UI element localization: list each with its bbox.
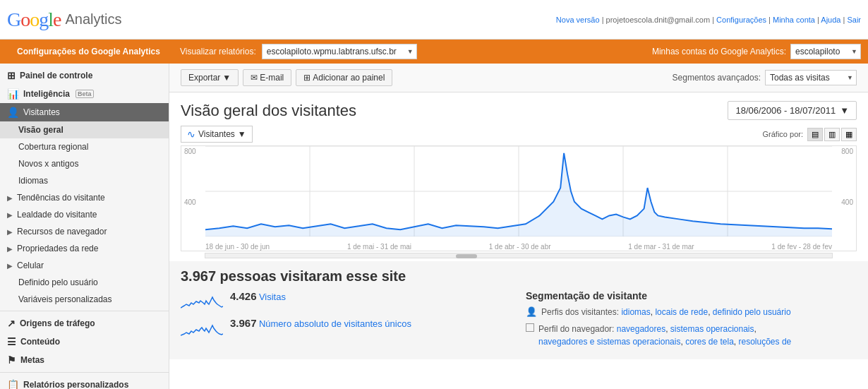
visitantes-unicos-link[interactable]: Número absoluto de visitantes únicos — [259, 318, 411, 329]
email-label: E-mail — [260, 73, 284, 83]
seg-navegador-content: Perfil do navegador: navegadores, sistem… — [538, 323, 791, 348]
visitas-link[interactable]: Visitas — [259, 292, 286, 302]
sidebar-item-novos-antigos[interactable]: Novos x antigos — [0, 155, 169, 172]
sidebar-item-visitantes[interactable]: 👤 Visitantes — [0, 103, 169, 121]
celular-arrow-icon: ▶ — [7, 262, 13, 270]
chart-type-label: Gráfico por: — [763, 130, 803, 138]
minha-conta-link[interactable]: Minha conta — [773, 16, 815, 24]
date-range-button[interactable]: 18/06/2006 - 18/07/2011 ▼ — [728, 101, 857, 120]
visitas-number: 4.426 — [230, 290, 257, 302]
sidebar-item-label-conteudo: Conteúdo — [20, 337, 60, 347]
seg-link-locais[interactable]: locais de rede — [655, 307, 708, 317]
stats-section: 3.967 pessoas visitaram esse site 4.426 … — [169, 261, 868, 359]
stat-item-visitas: 4.426 Visitas — [181, 290, 512, 311]
chart-svg-wrap — [205, 146, 832, 237]
top-bar: Google Analytics Nova versão | projetoes… — [0, 0, 868, 40]
chart-y-labels-left: 800 400 — [181, 146, 205, 251]
ajuda-link[interactable]: Ajuda — [821, 16, 840, 24]
sidebar: ⊞ Painel de controle 📊 Inteligência Beta… — [0, 64, 169, 389]
nova-versao-link[interactable]: Nova versão — [556, 16, 600, 24]
sidebar-item-inteligencia[interactable]: 📊 Inteligência Beta — [0, 85, 169, 103]
visitantes-unicos-number: 3.967 — [230, 317, 257, 329]
seg-link-cores[interactable]: cores de tela — [685, 337, 734, 347]
sidebar-item-propriedades-rede[interactable]: ▶ Propriedades da rede — [0, 240, 169, 257]
content-area: Exportar ▼ ✉ E-mail ⊞ Adicionar ao paine… — [169, 64, 868, 389]
user-email: projetoescola.dnit@gmail.com — [606, 16, 711, 24]
configuracoes-link[interactable]: Configurações — [716, 16, 766, 24]
sidebar-item-recursos-navegador[interactable]: ▶ Recursos de navegador — [0, 223, 169, 240]
accounts-dropdown[interactable]: escolapiloto — [790, 44, 861, 59]
seg-link-sistemas-op[interactable]: sistemas operacionais — [670, 324, 754, 334]
sidebar-item-label-variaveis: Variáveis personalizadas — [18, 294, 112, 304]
sidebar-item-label-relatorios: Relatórios personalizados — [23, 380, 128, 389]
visitantes-unicos-sparkline — [181, 317, 223, 338]
stats-title-text: 3.967 pessoas visitaram esse site — [181, 268, 406, 284]
export-chevron-icon: ▼ — [222, 73, 231, 83]
site-dropdown-wrap: escolapiloto.wpmu.labtrans.ufsc.br — [262, 44, 417, 59]
beta-badge: Beta — [76, 90, 94, 98]
sidebar-divider-1 — [0, 311, 169, 311]
nav-config-link[interactable]: Configurações do Google Analytics — [7, 40, 170, 64]
sidebar-item-idiomas[interactable]: Idiomas — [0, 172, 169, 189]
chart-type-line-button[interactable]: ▤ — [807, 128, 823, 141]
sidebar-item-definido-usuario[interactable]: Definido pelo usuário — [0, 274, 169, 291]
sidebar-item-conteudo[interactable]: ☰ Conteúdo — [0, 333, 169, 351]
stat-item-visitantes-unicos: 3.967 Número absoluto de visitantes únic… — [181, 317, 512, 338]
chart-type-compare-button[interactable]: ▦ — [841, 128, 857, 141]
segments-dropdown[interactable]: Todas as visitas — [765, 70, 857, 85]
y-label-400-right: 400 — [835, 198, 853, 206]
sidebar-item-celular[interactable]: ▶ Celular — [0, 257, 169, 274]
tendencias-arrow-icon: ▶ — [7, 194, 13, 202]
sidebar-item-painel[interactable]: ⊞ Painel de controle — [0, 66, 169, 85]
x-label-mar: 1 de mar - 31 de mar — [628, 243, 694, 251]
sidebar-item-lealdade[interactable]: ▶ Lealdade do visitante — [0, 206, 169, 223]
nav-bar-left: Configurações do Google Analytics Visual… — [7, 40, 417, 64]
segments-label: Segmentos avançados: — [673, 73, 761, 83]
chart-container: 800 400 800 400 — [181, 145, 857, 251]
chart-type-bar-button[interactable]: ▥ — [824, 128, 840, 141]
seg-link-navegadores[interactable]: navegadores — [617, 324, 665, 334]
export-button[interactable]: Exportar ▼ — [181, 69, 239, 86]
add-to-panel-button[interactable]: ⊞ Adicionar ao painel — [296, 69, 392, 86]
stat-visitantes-unicos-content: 3.967 Número absoluto de visitantes únic… — [230, 317, 411, 329]
sidebar-item-visao-geral[interactable]: Visão geral — [0, 121, 169, 138]
visitors-chevron-icon: ▼ — [238, 129, 246, 139]
sidebar-divider-2 — [0, 372, 169, 373]
sidebar-item-tendencias[interactable]: ▶ Tendências do visitante — [0, 189, 169, 206]
sidebar-item-label-definido: Definido pelo usuário — [18, 277, 98, 287]
chart-scrollbar[interactable] — [205, 253, 833, 258]
site-dropdown[interactable]: escolapiloto.wpmu.labtrans.ufsc.br — [262, 44, 417, 59]
painel-icon: ⊞ — [7, 70, 16, 81]
accounts-label: Minhas contas do Google Analytics: — [652, 47, 786, 56]
origens-icon: ↗ — [7, 318, 16, 329]
segments-dropdown-wrap: Todas as visitas — [765, 70, 857, 85]
visitantes-icon: 👤 — [7, 107, 19, 118]
x-label-fev: 1 de fev - 28 de fev — [771, 243, 832, 251]
export-label: Exportar — [188, 73, 220, 83]
main-layout: ⊞ Painel de controle 📊 Inteligência Beta… — [0, 64, 868, 389]
sidebar-item-relatorios[interactable]: 📋 Relatórios personalizados — [0, 376, 169, 389]
chart-y-labels-right: 800 400 — [832, 146, 856, 251]
stats-right: Segmentação de visitante 👤 Perfis dos vi… — [512, 290, 857, 352]
sidebar-item-label-cobertura: Cobertura regional — [18, 142, 88, 152]
seg-link-nav-sistemas[interactable]: navegadores e sistemas operacionais — [538, 337, 680, 347]
checkbox-icon — [526, 323, 534, 332]
email-button[interactable]: ✉ E-mail — [243, 69, 291, 86]
seg-link-resolucoes[interactable]: resoluções de — [739, 337, 792, 347]
conteudo-icon: ☰ — [7, 336, 16, 347]
chart-scrollbar-thumb[interactable] — [456, 254, 477, 258]
sidebar-item-origens-trafego[interactable]: ↗ Origens de tráfego — [0, 314, 169, 333]
visitors-toggle-button[interactable]: ∿ Visitantes ▼ — [181, 126, 253, 143]
visitors-btn-label: Visitantes — [198, 129, 235, 139]
seg-perfis-content: Perfis dos visitantes: idiomas, locais d… — [541, 306, 791, 318]
nav-bar: Configurações do Google Analytics Visual… — [0, 40, 868, 64]
nav-bar-right: Minhas contas do Google Analytics: escol… — [652, 44, 861, 59]
sair-link[interactable]: Sair — [847, 16, 861, 24]
sidebar-item-metas[interactable]: ⚑ Metas — [0, 351, 169, 369]
sidebar-item-label-inteligencia: Inteligência — [23, 89, 70, 99]
seg-link-definido[interactable]: definido pelo usuário — [713, 307, 791, 317]
sidebar-item-cobertura-regional[interactable]: Cobertura regional — [0, 138, 169, 155]
seg-link-idiomas[interactable]: idiomas — [621, 307, 650, 317]
sidebar-item-variaveis[interactable]: Variáveis personalizadas — [0, 291, 169, 308]
stats-title: 3.967 pessoas visitaram esse site — [181, 268, 857, 285]
